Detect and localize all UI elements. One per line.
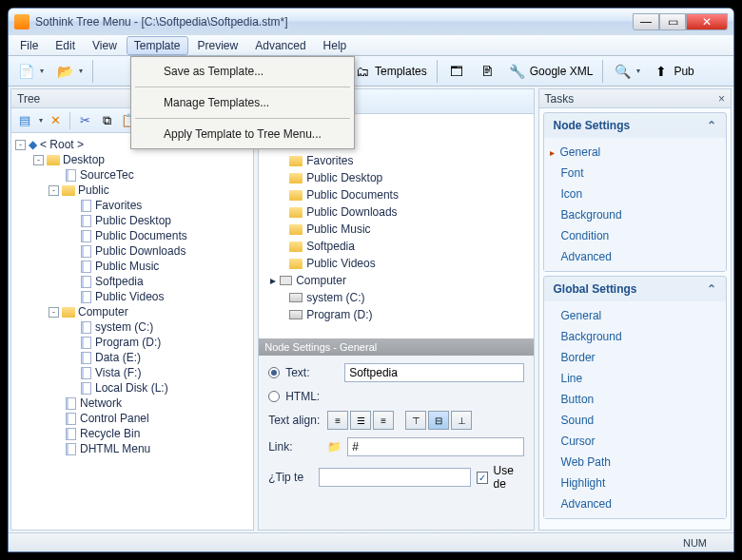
tree-view[interactable]: - ◆ < Root >-DesktopSourceTec-PublicFavo… [11, 133, 253, 530]
align-center-button[interactable]: ☰ [350, 411, 371, 430]
copy-button[interactable]: ⧉ [97, 111, 116, 130]
align-left-button[interactable]: ≡ [327, 411, 348, 430]
close-button[interactable]: ✕ [686, 13, 728, 30]
expand-icon[interactable]: - [49, 185, 59, 196]
tree-row[interactable]: Program (D:) [15, 335, 249, 350]
task-link[interactable]: Background [544, 326, 726, 347]
preview-row[interactable]: Favorites [263, 152, 529, 169]
preview-button[interactable]: 🔍▾ [609, 60, 644, 83]
drive-icon [289, 310, 303, 319]
tip-input[interactable] [319, 468, 471, 487]
tree-row[interactable]: Favorites [15, 198, 249, 213]
tree-delete-button[interactable]: ✕ [46, 111, 65, 130]
tree-row[interactable]: Public Desktop [15, 213, 249, 228]
menu-file[interactable]: File [12, 36, 46, 55]
link-input[interactable] [347, 437, 523, 456]
googlexml-button[interactable]: 🔧Google XML [504, 60, 597, 83]
tree-label: Public Desktop [95, 214, 171, 227]
preview-row[interactable]: ▸Computer [263, 272, 529, 289]
task-link[interactable]: Border [544, 347, 726, 368]
tree-row[interactable]: SourceTec [15, 167, 249, 183]
preview-row[interactable]: system (C:) [263, 289, 529, 306]
valign-top-button[interactable]: ⊤ [405, 411, 426, 430]
task-link[interactable]: Line [544, 368, 726, 389]
menu-help[interactable]: Help [316, 36, 355, 55]
publish-button[interactable]: ⬆Pub [648, 60, 697, 83]
preview-row[interactable]: Softpedia [263, 238, 529, 255]
menu-advanced[interactable]: Advanced [247, 36, 313, 55]
tree-row[interactable]: Public Music [15, 259, 249, 274]
tree-row[interactable]: Data (E:) [15, 350, 249, 365]
tasks-panel-title: Tasks [545, 92, 575, 106]
dropdown-item[interactable]: Save as Template... [133, 59, 352, 84]
task-link[interactable]: Font [544, 163, 726, 183]
menu-edit[interactable]: Edit [48, 36, 83, 55]
tree-row[interactable]: Local Disk (L:) [15, 380, 249, 396]
tree-row[interactable]: Network [15, 396, 249, 411]
maximize-button[interactable]: ▭ [659, 13, 686, 30]
task-link[interactable]: Advanced [544, 246, 726, 267]
task-link[interactable]: Web Path [544, 452, 726, 473]
menu-template[interactable]: Template [127, 36, 188, 55]
xml-icon: 🔧 [508, 62, 527, 81]
menu-preview[interactable]: Preview [190, 36, 246, 55]
expand-icon[interactable]: - [33, 155, 44, 165]
task-link[interactable]: Advanced [544, 493, 726, 514]
tree-row[interactable]: Vista (F:) [15, 365, 249, 380]
tree-row[interactable]: -Desktop [15, 152, 249, 167]
html-radio[interactable] [268, 391, 280, 402]
task-link[interactable]: Highlight [544, 473, 726, 493]
page-icon [64, 412, 77, 425]
tree-row[interactable]: Public Documents [15, 228, 249, 243]
preview-panel: 🔍 ↻ SourceTec▾PublicFavoritesPublic Desk… [258, 88, 534, 531]
tasks-global-header[interactable]: Global Settings⌃ [544, 277, 726, 301]
task-link[interactable]: General [544, 305, 726, 326]
preview-row[interactable]: Public Videos [263, 255, 529, 272]
tree-row[interactable]: Control Panel [15, 411, 249, 426]
minimize-button[interactable]: — [633, 13, 659, 30]
expand-icon[interactable]: - [15, 140, 26, 150]
valign-mid-button[interactable]: ⊟ [428, 411, 449, 430]
task-link[interactable]: Cursor [544, 431, 726, 452]
dropdown-item[interactable]: Manage Templates... [133, 90, 352, 115]
templates-button[interactable]: 🗂Templates [349, 60, 431, 83]
browse-icon[interactable]: 📁 [327, 440, 342, 454]
task-link[interactable]: General [544, 142, 726, 163]
text-input[interactable] [344, 363, 523, 382]
new-button[interactable]: 📄▾ [12, 60, 48, 83]
tree-add-button[interactable]: ▤ [15, 111, 34, 130]
task-link[interactable]: Icon [544, 183, 726, 204]
preview-row[interactable]: Public Music [263, 221, 529, 238]
task-link[interactable]: Background [544, 204, 726, 225]
tree-row[interactable]: -Public [15, 183, 249, 198]
menu-view[interactable]: View [85, 36, 125, 55]
tree-row[interactable]: Recycle Bin [15, 426, 249, 441]
align-right-button[interactable]: ≡ [373, 411, 394, 430]
use-de-checkbox[interactable]: ✓ [477, 472, 487, 484]
task-link[interactable]: Button [544, 389, 726, 410]
tasks-node-header[interactable]: Node Settings⌃ [544, 113, 726, 138]
tool-btn-1[interactable]: 🗔 [443, 60, 470, 83]
tree-row[interactable]: Public Downloads [15, 243, 249, 259]
tree-row[interactable]: -Computer [15, 304, 249, 319]
preview-row[interactable]: Public Documents [263, 186, 529, 203]
cut-button[interactable]: ✂ [75, 111, 94, 130]
expand-icon[interactable]: ▸ [270, 274, 276, 287]
dropdown-item[interactable]: Apply Template to Tree Menu... [133, 122, 352, 146]
valign-bot-button[interactable]: ⊥ [451, 411, 472, 430]
task-link[interactable]: Condition [544, 225, 726, 246]
tree-row[interactable]: system (C:) [15, 319, 249, 335]
task-link[interactable]: Sound [544, 410, 726, 431]
open-button[interactable]: 📂▾ [51, 60, 87, 83]
text-radio[interactable] [268, 367, 280, 378]
expand-icon[interactable]: - [49, 307, 59, 318]
separator [437, 60, 438, 83]
tree-row[interactable]: Public Videos [15, 289, 249, 304]
preview-row[interactable]: Public Downloads [263, 203, 529, 221]
tree-row[interactable]: Softpedia [15, 274, 249, 289]
preview-row[interactable]: Program (D:) [263, 306, 529, 323]
close-tasks-icon[interactable]: × [718, 92, 725, 106]
tool-btn-2[interactable]: 🖹 [474, 60, 500, 83]
tree-row[interactable]: DHTML Menu [15, 441, 249, 456]
preview-row[interactable]: Public Desktop [263, 169, 529, 186]
